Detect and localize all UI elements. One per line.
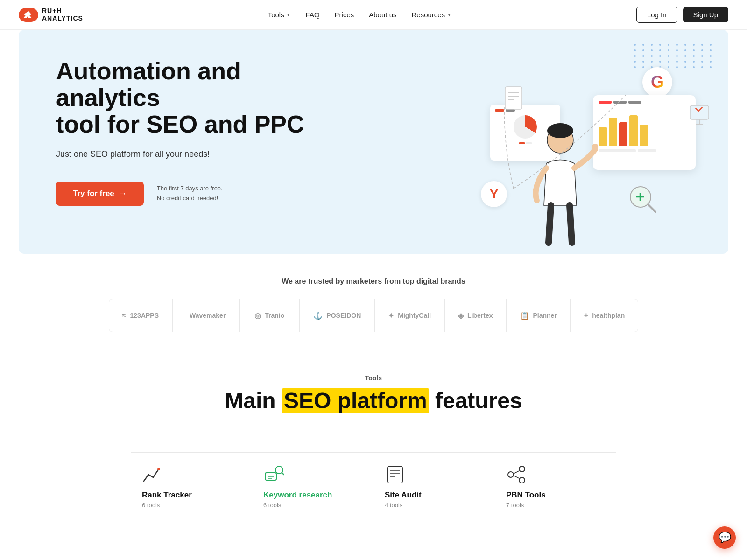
magnifier-icon — [627, 183, 658, 217]
brand-label-mightycall: MightyCall — [398, 312, 431, 319]
feature-count-site-audit: 4 tools — [385, 502, 484, 509]
google-letter: G — [651, 72, 664, 92]
resources-caret: ▼ — [447, 12, 451, 17]
title-highlight: SEO platform — [282, 388, 429, 413]
dot — [710, 55, 712, 57]
feature-icon-pbn-tools — [506, 464, 527, 485]
tablet-icon — [504, 86, 523, 112]
feature-cards: Rank Tracker 6 tools Keyword research 6 … — [0, 433, 747, 537]
svg-point-15 — [157, 468, 160, 470]
section-title: Main SEO platform features — [19, 387, 728, 414]
google-icon: G — [642, 67, 672, 97]
brand-logo-poseidon: ⚓POSEIDON — [300, 299, 374, 332]
brand-icon-tranio: ◎ — [254, 311, 261, 320]
brand-logo-libertex: ◈Libertex — [444, 299, 506, 332]
dot — [710, 61, 712, 63]
hero-cta-row: Try for free → The first 7 days are free… — [56, 182, 336, 206]
feature-card-keyword-research[interactable]: Keyword research 6 tools — [252, 452, 374, 518]
dot — [701, 66, 703, 68]
feature-count-pbn-tools: 7 tools — [506, 502, 605, 509]
brand-logo-tranio: ◎Tranio — [239, 299, 300, 332]
brand-icon-123apps: ≈ — [122, 311, 127, 320]
svg-point-23 — [508, 472, 514, 477]
svg-line-26 — [514, 471, 519, 474]
feature-card-rank-tracker[interactable]: Rank Tracker 6 tools — [131, 452, 252, 518]
nav-about[interactable]: About us — [369, 11, 396, 19]
dot — [701, 55, 703, 57]
feature-card-site-audit[interactable]: Site Audit 4 tools — [374, 452, 495, 518]
hero-section: Automation and analytics tool for SEO an… — [19, 30, 728, 254]
tools-caret: ▼ — [286, 12, 291, 17]
navbar: RU+H ANALYTICS Tools ▼ FAQ Prices About … — [0, 0, 747, 30]
feature-icon-keyword-research — [263, 464, 284, 485]
yandex-icon: Y — [481, 181, 507, 207]
signup-button[interactable]: Sign Up — [683, 7, 728, 22]
logo-icon — [19, 8, 38, 22]
tools-section: Tools Main SEO platform features — [0, 346, 747, 433]
svg-point-25 — [519, 477, 525, 483]
svg-rect-19 — [388, 466, 402, 483]
feature-name-keyword-research: Keyword research — [263, 490, 362, 500]
svg-rect-12 — [690, 105, 709, 119]
nav-actions: Log In Sign Up — [636, 7, 728, 23]
svg-point-6 — [547, 123, 573, 138]
feature-icon-site-audit — [385, 464, 405, 485]
svg-rect-8 — [505, 87, 522, 109]
hero-subtitle: Just one SEO platform for all your needs… — [56, 149, 336, 159]
brand-logo-mightycall: ✦MightyCall — [374, 299, 444, 332]
svg-line-18 — [282, 473, 284, 475]
dot — [710, 66, 712, 68]
brand-label-libertex: Libertex — [467, 312, 493, 319]
feature-name-rank-tracker: Rank Tracker — [142, 490, 241, 500]
section-label: Tools — [19, 374, 728, 382]
try-free-button[interactable]: Try for free → — [56, 182, 144, 206]
bar-chart — [599, 113, 690, 146]
hero-note: The first 7 days are free. No credit car… — [157, 184, 223, 203]
svg-point-24 — [519, 466, 525, 472]
feature-card-pbn-tools[interactable]: PBN Tools 7 tools — [495, 452, 616, 518]
trusted-title: We are trusted by marketers from top dig… — [19, 277, 728, 286]
brand-logo-123apps: ≈123APPS — [109, 299, 172, 332]
logo[interactable]: RU+H ANALYTICS — [19, 7, 83, 22]
dot — [701, 61, 703, 63]
nav-prices[interactable]: Prices — [335, 11, 354, 19]
brand-icon-planner: 📋 — [520, 311, 529, 320]
dot — [701, 49, 703, 51]
hero-content: Automation and analytics tool for SEO an… — [56, 58, 336, 206]
brand-logos: ≈123APPSWavemaker◎Tranio⚓POSEIDON✦Mighty… — [19, 299, 728, 332]
illustration-container: G Y — [476, 58, 700, 254]
logo-text: RU+H ANALYTICS — [42, 7, 83, 22]
brand-icon-poseidon: ⚓ — [313, 311, 323, 320]
person-illustration — [523, 121, 598, 254]
dot — [701, 44, 703, 46]
brand-label-tranio: Tranio — [265, 312, 284, 319]
dot — [710, 49, 712, 51]
yandex-letter: Y — [490, 187, 499, 202]
svg-line-2 — [648, 204, 655, 212]
nav-tools[interactable]: Tools ▼ — [268, 11, 291, 19]
nav-resources[interactable]: Resources ▼ — [411, 11, 451, 19]
brand-label-123apps: 123APPS — [130, 312, 159, 319]
brand-icon-healthplan: + — [584, 311, 588, 320]
nav-links: Tools ▼ FAQ Prices About us Resources ▼ — [268, 11, 451, 19]
hero-illustration: G Y — [476, 44, 700, 254]
brand-icon-mightycall: ✦ — [388, 311, 394, 320]
hero-title: Automation and analytics tool for SEO an… — [56, 58, 336, 138]
feature-icon-rank-tracker — [142, 464, 162, 485]
brand-logo-wavemaker: Wavemaker — [172, 299, 239, 332]
feature-name-pbn-tools: PBN Tools — [506, 490, 605, 500]
brand-logo-healthplan: +healthplan — [571, 299, 638, 332]
brand-icon-libertex: ◈ — [458, 311, 464, 320]
monitor-icon — [689, 105, 710, 127]
brand-label-poseidon: POSEIDON — [326, 312, 361, 319]
nav-faq[interactable]: FAQ — [306, 11, 320, 19]
brand-label-wavemaker: Wavemaker — [190, 312, 226, 319]
chat-icon: 💬 — [719, 532, 731, 537]
svg-line-27 — [514, 476, 519, 478]
login-button[interactable]: Log In — [636, 7, 677, 23]
arrow-icon: → — [119, 189, 127, 198]
feature-count-keyword-research: 6 tools — [263, 502, 362, 509]
analytics-screen — [593, 95, 696, 170]
brand-label-healthplan: healthplan — [592, 312, 625, 319]
dot — [710, 44, 712, 46]
